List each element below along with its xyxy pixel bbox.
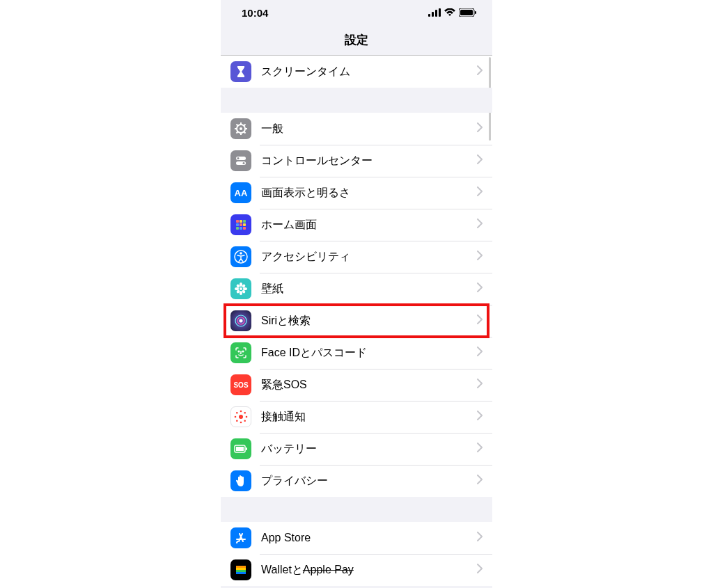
svg-point-46	[239, 415, 243, 419]
svg-point-49	[235, 416, 237, 418]
chevron-right-icon	[477, 154, 483, 167]
svg-line-15	[237, 132, 238, 133]
row-exposure[interactable]: 接触通知	[221, 401, 492, 433]
row-wallet[interactable]: WalletとApple Pay	[221, 554, 492, 586]
svg-rect-22	[240, 220, 242, 223]
chevron-right-icon	[477, 315, 483, 327]
row-screentime[interactable]: スクリーンタイム	[221, 56, 492, 88]
svg-rect-1	[432, 12, 434, 17]
status-indicators	[428, 7, 477, 19]
chevron-right-icon	[477, 218, 483, 231]
row-label: プライバシー	[261, 474, 477, 488]
section-spacer	[221, 88, 492, 113]
siri-icon	[230, 310, 251, 331]
row-label: 緊急SOS	[261, 378, 477, 392]
svg-point-33	[240, 283, 242, 287]
wallet-label-prefix: Walletと	[261, 564, 303, 575]
row-display[interactable]: AA 画面表示と明るさ	[221, 177, 492, 209]
status-time: 10:04	[242, 7, 268, 19]
exposure-icon	[230, 406, 251, 427]
row-control-center[interactable]: コントロールセンター	[221, 145, 492, 177]
row-general[interactable]: 一般	[221, 113, 492, 145]
row-label: ホーム画面	[261, 218, 477, 232]
svg-rect-26	[243, 223, 246, 226]
svg-point-47	[240, 411, 242, 413]
text-size-icon: AA	[230, 182, 251, 203]
svg-line-14	[244, 132, 245, 133]
chevron-right-icon	[477, 122, 483, 135]
chevron-right-icon	[477, 347, 483, 359]
row-label: アクセシビリティ	[261, 250, 477, 264]
svg-rect-29	[243, 227, 246, 230]
row-sos[interactable]: SOS 緊急SOS	[221, 369, 492, 401]
chevron-right-icon	[477, 379, 483, 391]
icon-glyph: SOS	[233, 381, 248, 389]
gear-icon	[230, 118, 251, 139]
row-label: 接触通知	[261, 410, 477, 424]
row-label: スクリーンタイム	[261, 65, 477, 79]
svg-point-43	[240, 319, 243, 323]
svg-point-31	[240, 252, 242, 255]
row-label: コントロールセンター	[261, 154, 477, 168]
svg-rect-25	[240, 223, 242, 226]
row-label: バッテリー	[261, 442, 477, 456]
page-title: 設定	[345, 32, 368, 48]
phone-frame: 10:04 設定 スクリーンタイム	[221, 0, 492, 588]
svg-rect-24	[236, 223, 239, 226]
svg-rect-57	[246, 447, 247, 450]
svg-rect-2	[435, 10, 437, 17]
row-appstore[interactable]: App Store	[221, 522, 492, 554]
row-siri[interactable]: Siriと検索	[221, 305, 492, 337]
accessibility-icon	[230, 246, 251, 267]
row-battery[interactable]: バッテリー	[221, 433, 492, 465]
appstore-icon	[230, 527, 251, 548]
row-label: Siriと検索	[261, 314, 477, 328]
row-faceid[interactable]: Face IDとパスコード	[221, 337, 492, 369]
row-accessibility[interactable]: アクセシビリティ	[221, 241, 492, 273]
settings-group-main: 一般 コントロールセンター AA 画面表示と明るさ	[221, 113, 492, 497]
settings-group-screentime: スクリーンタイム	[221, 56, 492, 88]
svg-point-34	[240, 291, 242, 295]
svg-point-45	[242, 351, 244, 352]
svg-point-32	[240, 287, 242, 290]
settings-group-store: App Store WalletとApple Pay	[221, 522, 492, 586]
icon-glyph: AA	[235, 188, 248, 198]
row-wallpaper[interactable]: 壁紙	[221, 273, 492, 305]
svg-rect-0	[428, 14, 430, 17]
sos-icon: SOS	[230, 374, 251, 395]
row-label: Face IDとパスコード	[261, 346, 477, 360]
svg-point-44	[238, 351, 240, 352]
svg-rect-59	[236, 566, 246, 568]
svg-point-52	[244, 412, 246, 414]
wallet-icon	[230, 559, 251, 580]
svg-rect-5	[460, 10, 473, 15]
svg-point-18	[237, 157, 240, 159]
faceid-icon	[230, 342, 251, 363]
cellular-icon	[428, 7, 441, 19]
svg-rect-61	[236, 570, 246, 572]
svg-point-36	[243, 287, 247, 290]
chevron-right-icon	[477, 443, 483, 455]
nav-header: 設定	[221, 25, 492, 56]
svg-rect-23	[243, 220, 246, 223]
section-spacer	[221, 497, 492, 522]
svg-rect-62	[236, 572, 246, 574]
svg-rect-28	[240, 227, 242, 230]
svg-point-8	[240, 127, 242, 130]
row-label: App Store	[261, 532, 477, 544]
row-privacy[interactable]: プライバシー	[221, 465, 492, 497]
svg-rect-6	[475, 11, 476, 14]
svg-rect-56	[236, 447, 244, 451]
status-bar: 10:04	[221, 0, 492, 25]
wallet-label-redacted: Apple Pay	[303, 564, 354, 575]
chevron-right-icon	[477, 283, 483, 295]
row-label: 壁紙	[261, 282, 477, 296]
row-home-screen[interactable]: ホーム画面	[221, 209, 492, 241]
row-label: WalletとApple Pay	[261, 563, 477, 578]
row-label: 一般	[261, 122, 477, 136]
chevron-right-icon	[477, 564, 483, 576]
chevron-right-icon	[477, 411, 483, 423]
battery-icon	[230, 438, 251, 459]
svg-point-48	[240, 422, 242, 424]
chevron-right-icon	[477, 532, 483, 544]
